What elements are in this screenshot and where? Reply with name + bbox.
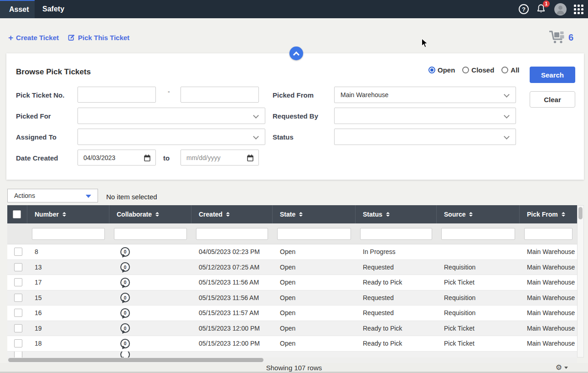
column-label: Created <box>199 211 222 218</box>
column-header-source[interactable]: Source <box>437 205 520 223</box>
radio-all-control[interactable] <box>501 67 508 73</box>
collaborate-count: 0 <box>124 341 127 346</box>
apps-grid-icon[interactable] <box>574 5 583 14</box>
cell-source: Pick Ticket <box>437 321 520 336</box>
calendar-icon[interactable] <box>144 155 150 161</box>
collapse-panel-button[interactable] <box>289 47 303 60</box>
notifications-button[interactable]: 1 <box>536 3 547 15</box>
collaborate-bubble-icon[interactable]: 0 <box>120 293 130 302</box>
cell-status: In Progress <box>356 244 437 259</box>
pick-ticket-no-from-input[interactable] <box>78 87 155 102</box>
radio-closed[interactable]: Closed <box>462 66 494 74</box>
gear-icon: ⚙ <box>556 363 562 372</box>
vertical-scrollbar-thumb[interactable] <box>578 207 583 219</box>
column-header-number[interactable]: Number <box>27 205 109 223</box>
pick-cart-button[interactable]: 6 <box>548 29 573 44</box>
filter-status-input[interactable] <box>360 228 432 240</box>
pick-this-ticket-button[interactable]: Pick This Ticket <box>67 34 129 41</box>
pick-ticket-no-to-input[interactable] <box>181 87 258 102</box>
collaborate-bubble-icon[interactable]: 0 <box>120 308 130 318</box>
row-checkbox[interactable] <box>14 263 22 271</box>
clear-button[interactable]: Clear <box>530 91 575 108</box>
collaborate-bubble-icon[interactable] <box>120 352 130 358</box>
table-row[interactable]: 18 0 05/15/2023 12:00 PM Open Ready to P… <box>7 336 577 352</box>
row-checkbox[interactable] <box>14 324 22 332</box>
cell-created: 05/12/2023 07:25 AM <box>191 260 273 275</box>
date-to-field <box>181 150 259 166</box>
collaborate-bubble-icon[interactable]: 0 <box>120 278 130 287</box>
row-checkbox[interactable] <box>14 309 22 317</box>
filter-pick-from-input[interactable] <box>524 228 573 240</box>
column-header-collaborate[interactable]: Collaborate <box>109 205 191 223</box>
collaborate-bubble-icon[interactable]: 0 <box>120 247 130 257</box>
cell-created: 05/15/2023 12:00 PM <box>191 321 273 336</box>
collaborate-bubble-icon[interactable]: 0 <box>120 262 130 272</box>
date-from-field <box>77 150 156 166</box>
collaborate-bubble-icon[interactable]: 0 <box>120 339 130 348</box>
column-label: Collaborate <box>117 211 152 218</box>
cell-number: 18 <box>27 336 109 351</box>
nav-tab-safety[interactable]: Safety <box>35 0 74 18</box>
cell-status: Requested <box>356 290 437 306</box>
collaborate-bubble-icon[interactable]: 0 <box>120 323 130 333</box>
horizontal-scrollbar[interactable] <box>7 357 577 363</box>
nav-tab-asset[interactable]: Asset <box>0 0 35 18</box>
column-header-created[interactable]: Created <box>191 205 273 223</box>
radio-closed-label: Closed <box>471 66 494 74</box>
cell-status: Ready to Pick <box>356 321 437 336</box>
radio-closed-control[interactable] <box>462 67 469 73</box>
table-row[interactable]: 15 0 05/15/2023 11:56 AM Open Requested … <box>7 290 577 306</box>
table-row[interactable]: 8 0 04/05/2023 02:23 PM Open In Progress… <box>7 244 577 260</box>
user-avatar[interactable] <box>554 3 567 16</box>
row-checkbox[interactable] <box>14 339 22 347</box>
calendar-icon[interactable] <box>247 155 253 161</box>
table-row[interactable]: 17 0 05/15/2023 11:56 AM Open Ready to P… <box>7 275 577 290</box>
row-checkbox[interactable] <box>14 248 22 256</box>
date-created-label: Date Created <box>16 154 58 162</box>
radio-open-control[interactable] <box>428 67 435 73</box>
column-header-pick-from[interactable]: Pick From <box>520 205 577 223</box>
top-nav: Asset Safety ? 1 <box>0 0 588 18</box>
picked-for-select[interactable] <box>77 108 265 124</box>
vertical-scrollbar[interactable] <box>577 205 584 357</box>
row-checkbox[interactable] <box>14 294 22 302</box>
filter-created-input[interactable] <box>196 228 268 240</box>
table-row[interactable]: 13 0 05/12/2023 07:25 AM Open Requested … <box>7 260 577 275</box>
status-select[interactable] <box>334 129 516 145</box>
radio-open[interactable]: Open <box>428 66 455 74</box>
select-all-checkbox[interactable] <box>13 210 21 218</box>
pick-ticket-no-label: Pick Ticket No. <box>16 91 64 99</box>
requested-by-label: Requested By <box>273 112 318 120</box>
requested-by-select[interactable] <box>334 108 516 124</box>
actions-dropdown[interactable]: Actions <box>7 189 98 202</box>
column-header-state[interactable]: State <box>273 205 356 223</box>
search-button[interactable]: Search <box>530 67 575 83</box>
create-ticket-button[interactable]: + Create Ticket <box>8 34 59 41</box>
row-checkbox[interactable] <box>14 278 22 286</box>
selection-status: No item selected <box>106 193 157 201</box>
filter-state-input[interactable] <box>277 228 351 240</box>
picked-from-select[interactable]: Main Warehouse <box>334 87 516 103</box>
filter-collaborate-input[interactable] <box>114 228 187 240</box>
column-header-status[interactable]: Status <box>356 205 437 223</box>
cell-state: Open <box>273 260 356 275</box>
cell-status: Ready to Pick <box>356 336 437 351</box>
filter-source-input[interactable] <box>441 228 515 240</box>
row-checkbox[interactable] <box>14 352 22 358</box>
chevron-down-icon <box>504 92 510 98</box>
column-label: Source <box>444 211 465 218</box>
status-filter-label: Status <box>273 133 294 141</box>
table-settings-button[interactable]: ⚙ <box>556 363 568 372</box>
picked-from-label: Picked From <box>273 91 314 99</box>
table-row-partial[interactable] <box>7 352 577 358</box>
assigned-to-select[interactable] <box>77 129 265 145</box>
cell-created: 05/15/2023 11:57 AM <box>191 306 273 321</box>
table-row[interactable]: 16 0 05/15/2023 11:57 AM Open Requested … <box>7 306 577 321</box>
radio-all[interactable]: All <box>501 66 519 74</box>
table-row[interactable]: 19 0 05/15/2023 12:00 PM Open Ready to P… <box>7 321 577 337</box>
actions-label: Actions <box>14 192 35 199</box>
collaborate-count: 0 <box>124 249 127 254</box>
help-icon[interactable]: ? <box>519 4 529 14</box>
filter-number-input[interactable] <box>32 228 105 240</box>
horizontal-scrollbar-thumb[interactable] <box>8 358 263 362</box>
